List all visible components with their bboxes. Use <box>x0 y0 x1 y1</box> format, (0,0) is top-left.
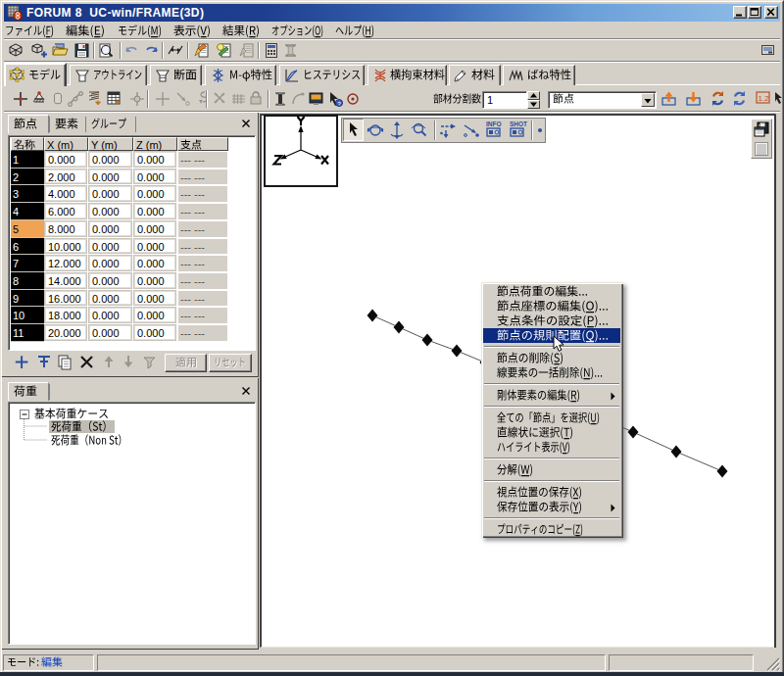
svg-text:INFO: INFO <box>486 121 502 127</box>
svg-text:SHOT: SHOT <box>510 121 527 127</box>
